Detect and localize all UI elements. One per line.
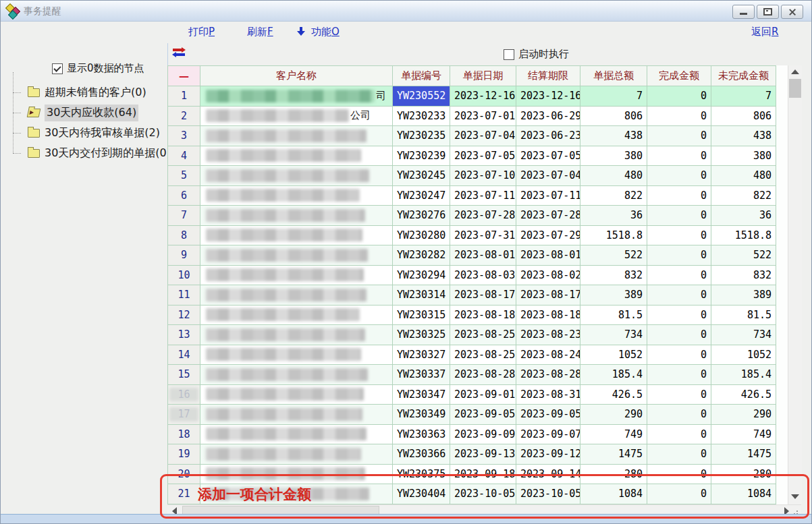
cell-due-date[interactable]: 2023-08-01	[516, 245, 580, 266]
cell-total-amount[interactable]: 1052	[580, 345, 647, 365]
table-row[interactable]: 13YW2303252023-08-252023-08-237340734	[168, 325, 776, 345]
cell-due-date[interactable]: 2023-08-18	[516, 305, 580, 325]
cell-customer-name[interactable]	[200, 405, 393, 425]
cell-total-amount[interactable]: 81.5	[580, 305, 647, 325]
table-row[interactable]: 9YW2302822023-08-012023-08-015220522	[168, 245, 776, 266]
cell-doc-no[interactable]: YW230235	[393, 126, 450, 146]
cell-total-amount[interactable]: 389	[580, 285, 647, 305]
cell-undone-amount[interactable]: 749	[711, 424, 776, 444]
table-row[interactable]: 18YW2303632023-09-092023-09-077490749	[168, 424, 776, 444]
cell-customer-name[interactable]	[200, 285, 393, 305]
cell-due-date[interactable]: 2023-09-05	[516, 405, 580, 425]
col-total[interactable]: 单据总额	[580, 66, 647, 86]
cell-doc-no[interactable]: YW230327	[393, 345, 450, 365]
cell-due-date[interactable]: 2023-08-17	[516, 285, 580, 305]
cell-customer-name[interactable]	[200, 206, 393, 226]
col-customer-name[interactable]: 客户名称	[200, 66, 393, 86]
cell-customer-name[interactable]	[200, 345, 393, 365]
cell-undone-amount[interactable]: 1518.8	[711, 225, 776, 245]
cell-doc-no[interactable]: YW230315	[393, 305, 450, 325]
cell-due-date[interactable]: 2023-06-23	[516, 126, 580, 146]
cell-doc-no[interactable]: YW230349	[393, 405, 450, 425]
cell-done-amount[interactable]: 0	[647, 185, 711, 206]
cell-doc-date[interactable]: 2023-07-05	[450, 146, 516, 166]
cell-due-date[interactable]: 2023-08-23	[516, 325, 580, 345]
cell-undone-amount[interactable]: 380	[711, 146, 776, 166]
col-undone[interactable]: 未完成金额	[711, 66, 776, 86]
tree-item-receivables-30d[interactable]: 30天内应收款(64)	[10, 103, 171, 123]
table-row[interactable]: 4YW2302392023-07-052023-07-053800380	[168, 146, 776, 166]
cell-done-amount[interactable]: 0	[647, 424, 711, 444]
cell-doc-date[interactable]: 2023-08-17	[450, 285, 516, 305]
cell-undone-amount[interactable]: 81.5	[711, 305, 776, 325]
cell-done-amount[interactable]: 0	[647, 345, 711, 365]
cell-total-amount[interactable]: 749	[580, 424, 647, 444]
cell-total-amount[interactable]: 1475	[580, 444, 647, 465]
cell-done-amount[interactable]: 0	[647, 146, 711, 166]
cell-undone-amount[interactable]: 480	[711, 166, 776, 186]
table-row[interactable]: 8YW2302802023-07-312023-07-291518.801518…	[168, 225, 776, 245]
cell-due-date[interactable]: 2023-08-24	[516, 345, 580, 365]
cell-total-amount[interactable]: 832	[580, 265, 647, 285]
cell-total-amount[interactable]: 480	[580, 166, 647, 186]
cell-row-number[interactable]: 17	[168, 405, 200, 425]
cell-doc-date[interactable]: 2023-08-25	[450, 325, 516, 345]
cell-doc-no[interactable]: YW230233	[393, 106, 450, 126]
cell-doc-date[interactable]: 2023-08-03	[450, 265, 516, 285]
col-done[interactable]: 完成金额	[647, 66, 711, 86]
cell-row-number[interactable]: 10	[168, 265, 200, 285]
cell-customer-name[interactable]: 公司	[200, 106, 393, 126]
tree-item-overdue-customers[interactable]: 超期未销售的客户(0)	[10, 82, 171, 103]
cell-done-amount[interactable]: 0	[647, 285, 711, 305]
cell-due-date[interactable]: 2023-07-11	[516, 185, 580, 206]
cell-undone-amount[interactable]: 806	[711, 106, 776, 126]
table-row[interactable]: 11YW2303142023-08-172023-08-173890389	[168, 285, 776, 305]
cell-done-amount[interactable]: 0	[647, 126, 711, 146]
cell-total-amount[interactable]: 7	[580, 86, 647, 107]
col-doc-date[interactable]: 单据日期	[450, 66, 516, 86]
cell-undone-amount[interactable]: 290	[711, 405, 776, 425]
cell-customer-name[interactable]	[200, 325, 393, 345]
cell-undone-amount[interactable]: 185.4	[711, 365, 776, 385]
table-row[interactable]: 10YW2302942023-08-032023-08-028320832	[168, 265, 776, 285]
table-row[interactable]: 6YW2302472023-07-112023-07-118220822	[168, 185, 776, 206]
cell-customer-name[interactable]	[200, 365, 393, 385]
cell-total-amount[interactable]: 438	[580, 126, 647, 146]
tree-item-pending-audit-30d[interactable]: 30天内待我审核单据(2)	[10, 123, 171, 143]
cell-doc-date[interactable]: 2023-08-18	[450, 305, 516, 325]
cell-doc-no[interactable]: YW230325	[393, 325, 450, 345]
cell-due-date[interactable]: 2023-07-28	[516, 206, 580, 226]
cell-total-amount[interactable]: 806	[580, 106, 647, 126]
table-row[interactable]: 2公司YW2302332023-07-012023-06-298060806	[168, 106, 776, 126]
cell-due-date[interactable]: 2023-09-07	[516, 424, 580, 444]
cell-customer-name[interactable]	[200, 265, 393, 285]
cell-done-amount[interactable]: 0	[647, 86, 711, 107]
cell-undone-amount[interactable]: 734	[711, 325, 776, 345]
table-row[interactable]: 14YW2303272023-08-252023-08-24105201052	[168, 345, 776, 365]
back-button[interactable]: 返回R	[751, 26, 778, 38]
cell-done-amount[interactable]: 0	[647, 444, 711, 465]
cell-doc-date[interactable]: 2023-12-16	[450, 86, 516, 107]
cell-row-number[interactable]: 18	[168, 424, 200, 444]
cell-customer-name[interactable]	[200, 424, 393, 444]
cell-done-amount[interactable]: 0	[647, 106, 711, 126]
cell-doc-no[interactable]: YW230276	[393, 206, 450, 226]
cell-undone-amount[interactable]: 438	[711, 126, 776, 146]
cell-row-number[interactable]: 6	[168, 185, 200, 206]
cell-doc-date[interactable]: 2023-07-28	[450, 206, 516, 226]
cell-due-date[interactable]: 2023-09-12	[516, 444, 580, 465]
cell-undone-amount[interactable]: 7	[711, 86, 776, 107]
cell-due-date[interactable]: 2023-08-28	[516, 365, 580, 385]
cell-due-date[interactable]: 2023-08-02	[516, 265, 580, 285]
cell-doc-no[interactable]: YW230280	[393, 225, 450, 245]
cell-doc-no[interactable]: YW230366	[393, 444, 450, 465]
cell-customer-name[interactable]	[200, 185, 393, 206]
cell-doc-date[interactable]: 2023-08-01	[450, 245, 516, 266]
cell-row-number[interactable]: 16	[168, 384, 200, 405]
show-zero-nodes-checkbox-row[interactable]: 显示0数据的节点	[52, 62, 144, 75]
cell-due-date[interactable]: 2023-08-31	[516, 384, 580, 405]
cell-row-number[interactable]: 14	[168, 345, 200, 365]
cell-due-date[interactable]: 2023-12-16	[516, 86, 580, 107]
cell-row-number[interactable]: 4	[168, 146, 200, 166]
cell-done-amount[interactable]: 0	[647, 384, 711, 405]
